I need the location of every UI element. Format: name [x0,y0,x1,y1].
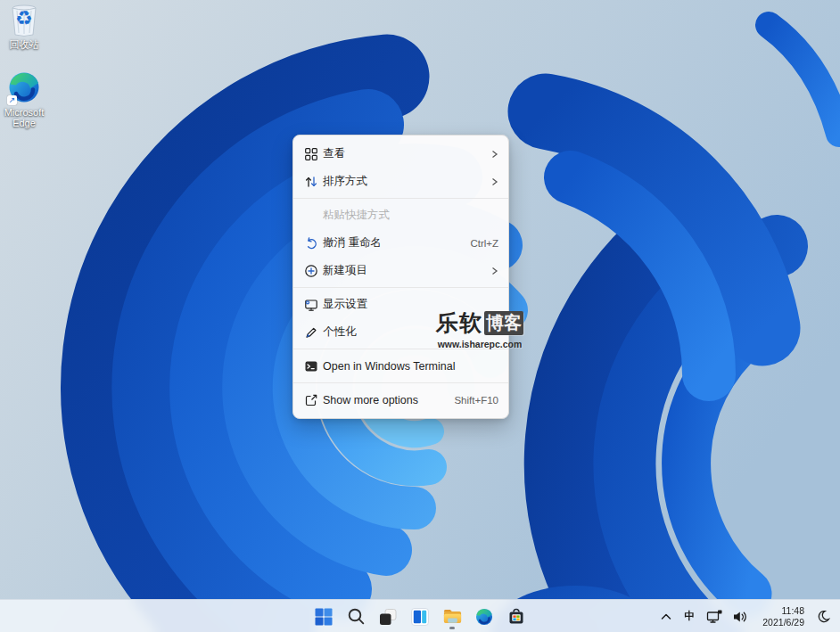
show-more-options-icon [304,393,318,407]
new-item-plus-icon [304,264,318,278]
speaker-icon [732,610,748,624]
sort-arrows-icon [304,175,318,189]
chevron-up-icon [660,611,672,622]
menu-separator [293,287,508,288]
focus-assist-button[interactable] [812,603,836,630]
network-button[interactable] [702,603,728,630]
menu-item-open-windows-terminal[interactable]: Open in Windows Terminal [293,352,508,380]
store-button[interactable] [505,603,528,630]
watermark-brand-badge: 博客 [484,311,523,335]
recycle-bin-icon: ♻ [6,4,42,37]
moon-icon [817,609,832,624]
desktop-context-menu: 查看 排序方式 粘贴快捷方式 [292,135,509,419]
menu-item-label: Show more options [323,394,447,406]
start-button[interactable] [312,603,335,630]
empty-icon-slot [304,209,318,223]
taskbar-tray: 中 11:48 2021/6/29 [655,600,836,632]
menu-item-label: 撤消 重命名 [323,235,463,250]
tray-time: 11:48 [762,605,804,617]
shortcut-arrow-badge: ↗ [7,95,17,105]
search-icon [347,607,366,626]
personalize-brush-icon [304,325,318,340]
menu-item-sort-by[interactable]: 排序方式 [293,168,508,195]
tray-expand-button[interactable] [655,603,677,630]
menu-item-undo-rename[interactable]: 撤消 重命名 Ctrl+Z [293,229,508,257]
taskbar: 中 11:48 2021/6/29 [0,599,840,632]
chevron-right-icon [491,267,498,275]
taskbar-center-buttons [312,600,528,632]
menu-item-label: Open in Windows Terminal [323,360,498,373]
menu-item-show-more-options[interactable]: Show more options Shift+F10 [293,386,508,414]
menu-item-view[interactable]: 查看 [293,140,508,168]
menu-item-paste-shortcut: 粘贴快捷方式 [293,201,508,229]
tray-date: 2021/6/29 [762,617,804,628]
task-view-icon [378,607,398,627]
microsoft-store-icon [506,607,526,627]
search-button[interactable] [344,603,367,630]
widgets-icon [410,607,430,627]
edge-icon: ↗ [6,71,42,105]
edge-desktop-icon[interactable]: ↗ Microsoft Edge [0,71,53,128]
watermark-url: www.isharepc.com [436,339,523,349]
menu-separator [293,198,508,199]
file-explorer-icon [442,606,463,627]
icon-label: Microsoft Edge [0,107,53,128]
menu-item-label: 新建项目 [323,263,484,278]
chevron-right-icon [491,177,498,186]
view-grid-icon [304,147,318,161]
widgets-button[interactable] [408,603,432,630]
edge-icon [474,607,494,627]
menu-item-label: 粘贴快捷方式 [323,208,498,223]
ethernet-network-icon [706,609,723,624]
ime-indicator[interactable]: 中 [677,603,702,630]
clock[interactable]: 11:48 2021/6/29 [753,603,812,630]
watermark-brand: 乐软 [436,308,482,338]
menu-item-label: 排序方式 [323,174,484,189]
windows-logo-icon [315,608,333,626]
menu-separator [293,382,508,383]
menu-item-shortcut: Ctrl+Z [470,238,498,249]
menu-item-new[interactable]: 新建项目 [293,257,508,284]
menu-item-shortcut: Shift+F10 [454,395,498,406]
edge-button[interactable] [473,603,496,630]
task-view-button[interactable] [376,603,399,630]
file-explorer-button[interactable] [441,603,464,630]
terminal-icon [304,359,318,373]
chevron-right-icon [491,150,498,159]
desktop: ♻ 回收站 ↗ Microsoft Edge [0,0,840,632]
running-indicator [449,627,455,629]
display-settings-icon [304,298,318,312]
volume-button[interactable] [728,603,753,630]
menu-item-label: 查看 [323,146,484,161]
watermark: 乐软 博客 www.isharepc.com [436,308,523,349]
undo-icon [304,236,318,250]
recycle-arrows-symbol: ♻ [6,7,42,30]
icon-label: 回收站 [0,39,53,50]
recycle-bin-desktop-icon[interactable]: ♻ 回收站 [0,4,53,50]
